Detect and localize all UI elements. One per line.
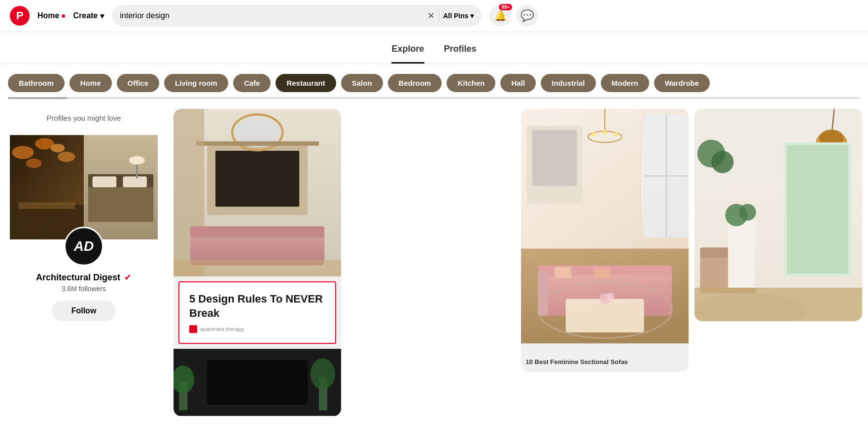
pins-area: 5 Design Rules To NEVER Break apartment …: [168, 109, 868, 416]
pin3-footer: 10 Best Feminine Sectional Sofas: [521, 353, 689, 372]
header: P Home Create ▾ ✕ All Pins ▾ 🔔 99+ 💬: [0, 0, 868, 32]
home-dot: [62, 14, 65, 18]
tab-profiles[interactable]: Profiles: [444, 44, 477, 64]
filter-pill-home[interactable]: Home: [69, 74, 112, 92]
svg-rect-48: [532, 130, 577, 186]
pin-column-2: [347, 109, 515, 416]
svg-rect-11: [93, 176, 117, 187]
svg-rect-26: [207, 360, 308, 405]
content-area: Profiles you might love: [0, 104, 868, 416]
svg-rect-77: [728, 221, 756, 288]
message-icon: 💬: [521, 9, 534, 22]
pin1-text-card: 5 Design Rules To NEVER Break apartment …: [178, 281, 336, 344]
filter-pill-industrial[interactable]: Industrial: [541, 74, 596, 92]
profile-logo: AD: [64, 227, 104, 266]
filter-pill-living-room[interactable]: Living room: [164, 74, 228, 92]
profile-name-row: Architectural Digest ✔: [10, 272, 158, 283]
filter-pill-salon[interactable]: Salon: [341, 74, 383, 92]
svg-rect-7: [19, 202, 75, 209]
svg-rect-72: [787, 145, 848, 274]
pin1-source: apartment therapy: [189, 325, 325, 333]
tab-explore[interactable]: Explore: [391, 44, 424, 64]
scroll-thumb: [8, 97, 67, 99]
chevron-down-icon: ▾: [100, 11, 104, 21]
filter-pill-office[interactable]: Office: [117, 74, 160, 92]
svg-point-3: [58, 152, 75, 162]
svg-point-79: [739, 204, 756, 221]
home-label: Home: [37, 11, 59, 20]
pin-column-1: 5 Design Rules To NEVER Break apartment …: [174, 109, 341, 416]
search-input[interactable]: [120, 11, 423, 20]
apartment-therapy-logo-icon: [189, 325, 197, 333]
svg-rect-56: [538, 271, 548, 316]
profile-followers: 3.6M followers: [10, 285, 158, 293]
pin3-title: 10 Best Feminine Sectional Sofas: [526, 358, 628, 366]
svg-rect-76: [694, 288, 862, 321]
pin1-source-text: apartment therapy: [200, 326, 244, 332]
profiles-heading: Profiles you might love: [10, 114, 158, 122]
pin1-title: 5 Design Rules To NEVER Break: [189, 292, 325, 320]
verified-icon: ✔: [124, 272, 132, 283]
svg-point-5: [51, 144, 65, 153]
pin3-image: [521, 109, 689, 343]
logo-letter: P: [16, 9, 24, 22]
scroll-indicator: [8, 97, 860, 99]
svg-point-14: [129, 156, 145, 165]
follow-label: Follow: [71, 306, 97, 315]
filter-pill-restaurant[interactable]: Restaurant: [276, 74, 336, 92]
all-pins-chevron-icon: ▾: [470, 12, 474, 20]
svg-rect-59: [555, 267, 571, 278]
notifications-button[interactable]: 🔔 99+: [489, 5, 511, 27]
notification-badge: 99+: [499, 4, 512, 10]
profile-section: Profiles you might love: [0, 109, 168, 416]
pin1-top-image: [174, 109, 341, 276]
profile-name: Architectural Digest: [36, 272, 120, 283]
profile-card[interactable]: AD Architectural Digest ✔ 3.6M followers…: [10, 128, 158, 321]
follow-button[interactable]: Follow: [52, 301, 116, 321]
filter-pill-bathroom[interactable]: Bathroom: [8, 74, 65, 92]
profile-image-right: [84, 128, 158, 246]
svg-point-51: [591, 132, 595, 136]
profile-image-left: [10, 128, 84, 246]
create-label: Create: [73, 11, 98, 20]
messages-button[interactable]: 💬: [516, 5, 538, 27]
pin-card-1[interactable]: 5 Design Rules To NEVER Break apartment …: [174, 109, 341, 416]
svg-point-4: [26, 159, 42, 168]
svg-point-30: [311, 359, 335, 390]
svg-point-62: [606, 293, 614, 301]
pin-card-3[interactable]: 10 Best Feminine Sectional Sofas: [521, 109, 689, 372]
all-pins-label: All Pins: [443, 12, 468, 20]
explore-tab-label: Explore: [391, 44, 424, 54]
pin3-label: [521, 343, 689, 353]
header-actions: 🔔 99+ 💬: [489, 5, 538, 27]
tabs-nav: Explore Profiles: [0, 32, 868, 64]
svg-rect-23: [190, 226, 324, 237]
svg-point-1: [12, 146, 34, 159]
filter-pill-cafe[interactable]: Cafe: [233, 74, 271, 92]
pin-card-4[interactable]: [694, 109, 862, 321]
search-bar: ✕ All Pins ▾: [112, 5, 482, 27]
filters-row: BathroomHomeOfficeLiving roomCafeRestaur…: [0, 64, 868, 97]
pin1-bottom-image: [174, 349, 341, 416]
filter-pill-wardrobe[interactable]: Wardrobe: [654, 74, 710, 92]
filter-pill-modern[interactable]: Modern: [601, 74, 649, 92]
filter-pill-kitchen[interactable]: Kitchen: [447, 74, 495, 92]
bell-icon: 🔔: [494, 10, 507, 22]
svg-rect-12: [123, 176, 147, 187]
filter-pill-hall[interactable]: Hall: [500, 74, 536, 92]
pin4-image: [694, 109, 862, 321]
all-pins-button[interactable]: All Pins ▾: [443, 12, 474, 20]
pin-column-4: [694, 109, 862, 416]
home-nav[interactable]: Home: [37, 11, 65, 20]
profiles-tab-label: Profiles: [444, 44, 477, 54]
svg-point-52: [602, 130, 607, 135]
svg-point-69: [711, 151, 733, 173]
create-nav[interactable]: Create ▾: [73, 11, 104, 21]
search-divider: [439, 10, 439, 22]
pin-column-3: 10 Best Feminine Sectional Sofas: [521, 109, 689, 416]
clear-icon[interactable]: ✕: [427, 10, 435, 21]
svg-rect-20: [196, 141, 319, 146]
filter-pill-bedroom[interactable]: Bedroom: [388, 74, 442, 92]
svg-rect-60: [593, 267, 610, 278]
pinterest-logo[interactable]: P: [10, 6, 30, 26]
